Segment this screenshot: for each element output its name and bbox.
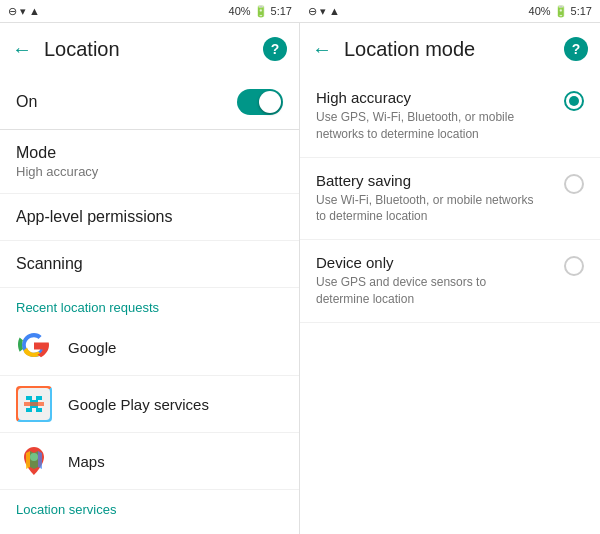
battery-saving-radio[interactable] xyxy=(564,174,584,194)
google-name: Google xyxy=(68,339,116,356)
right-status-right: 40% 🔋 5:17 xyxy=(529,5,592,18)
play-services-name: Google Play services xyxy=(68,396,209,413)
left-status-bar: ⊖ ▾ ▲ 40% 🔋 5:17 xyxy=(0,0,300,22)
left-status-right: 40% 🔋 5:17 xyxy=(229,5,292,18)
wifi-icon: ▾ xyxy=(20,5,26,18)
svg-rect-1 xyxy=(24,402,44,406)
status-bars: ⊖ ▾ ▲ 40% 🔋 5:17 ⊖ ▾ ▲ 40% 🔋 5:17 xyxy=(0,0,600,22)
mode-item[interactable]: Mode High accuracy xyxy=(0,130,299,194)
location-toggle[interactable] xyxy=(237,89,283,115)
left-status-indicators: ⊖ ▾ ▲ xyxy=(8,5,40,18)
right-status-indicators: ⊖ ▾ ▲ xyxy=(308,5,340,18)
right-battery: 40% xyxy=(529,5,551,17)
google-item[interactable]: Google xyxy=(0,319,299,376)
left-header: ← Location ? xyxy=(0,23,299,75)
mode-sublabel: High accuracy xyxy=(16,164,98,179)
maps-icon xyxy=(16,443,52,479)
device-only-radio[interactable] xyxy=(564,256,584,276)
scanning-label: Scanning xyxy=(16,255,83,273)
right-settings-content: High accuracy Use GPS, Wi-Fi, Bluetooth,… xyxy=(300,75,600,534)
play-services-item[interactable]: Google Play services xyxy=(0,376,299,433)
screens-container: ← Location ? On Mode High accuracy xyxy=(0,22,600,534)
right-header: ← Location mode ? xyxy=(300,23,600,75)
maps-item[interactable]: Maps xyxy=(0,433,299,490)
device-only-option[interactable]: Device only Use GPS and device sensors t… xyxy=(300,240,600,323)
services-section-header: Location services xyxy=(0,490,299,521)
left-panel: ← Location ? On Mode High accuracy xyxy=(0,23,300,534)
right-title: Location mode xyxy=(344,38,552,61)
play-services-icon xyxy=(16,386,52,422)
app-permissions-label: App-level permissions xyxy=(16,208,173,226)
left-settings-content: On Mode High accuracy App-level permissi… xyxy=(0,75,299,534)
left-time: 5:17 xyxy=(271,5,292,17)
google-icon xyxy=(16,329,52,365)
right-status-bar: ⊖ ▾ ▲ 40% 🔋 5:17 xyxy=(300,0,600,22)
left-back-button[interactable]: ← xyxy=(12,38,32,61)
battery-icon: 🔋 xyxy=(254,5,268,18)
toggle-label: On xyxy=(16,93,37,111)
app-permissions-item[interactable]: App-level permissions xyxy=(0,194,299,241)
scanning-item[interactable]: Scanning xyxy=(0,241,299,288)
signal-icon-r: ▲ xyxy=(329,5,340,17)
recent-section-header: Recent location requests xyxy=(0,288,299,319)
battery-saving-option[interactable]: Battery saving Use Wi-Fi, Bluetooth, or … xyxy=(300,158,600,241)
left-title: Location xyxy=(44,38,251,61)
location-toggle-item[interactable]: On xyxy=(0,75,299,130)
high-accuracy-option[interactable]: High accuracy Use GPS, Wi-Fi, Bluetooth,… xyxy=(300,75,600,158)
radio-inner xyxy=(569,96,579,106)
device-only-sublabel: Use GPS and device sensors to determine … xyxy=(316,274,536,308)
signal-icon: ▲ xyxy=(29,5,40,17)
mode-label: Mode xyxy=(16,144,98,162)
right-panel: ← Location mode ? High accuracy Use GPS,… xyxy=(300,23,600,534)
left-battery: 40% xyxy=(229,5,251,17)
right-time: 5:17 xyxy=(571,5,592,17)
maps-name: Maps xyxy=(68,453,105,470)
right-help-button[interactable]: ? xyxy=(564,37,588,61)
toggle-knob xyxy=(259,91,281,113)
high-accuracy-label: High accuracy xyxy=(316,89,536,106)
battery-icon-r: 🔋 xyxy=(554,5,568,18)
left-help-button[interactable]: ? xyxy=(263,37,287,61)
minus-icon-r: ⊖ xyxy=(308,5,317,18)
minus-icon: ⊖ xyxy=(8,5,17,18)
battery-saving-sublabel: Use Wi-Fi, Bluetooth, or mobile networks… xyxy=(316,192,536,226)
right-back-button[interactable]: ← xyxy=(312,38,332,61)
battery-saving-label: Battery saving xyxy=(316,172,536,189)
location-history-item[interactable]: Google Location History xyxy=(0,521,299,534)
device-only-label: Device only xyxy=(316,254,536,271)
wifi-icon-r: ▾ xyxy=(320,5,326,18)
high-accuracy-radio[interactable] xyxy=(564,91,584,111)
high-accuracy-sublabel: Use GPS, Wi-Fi, Bluetooth, or mobile net… xyxy=(316,109,536,143)
